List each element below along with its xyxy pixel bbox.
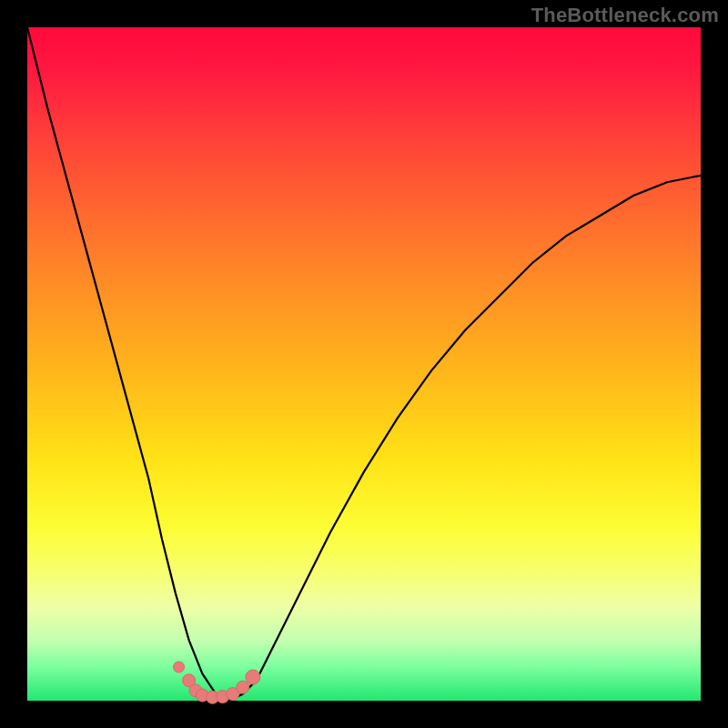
- trough-dot: [237, 681, 249, 693]
- trough-dots-group: [174, 662, 260, 703]
- watermark-text: TheBottleneck.com: [531, 4, 719, 27]
- bottleneck-curve: [27, 27, 701, 701]
- chart-svg: [27, 27, 701, 701]
- trough-dot: [174, 662, 185, 672]
- trough-dot: [246, 670, 260, 684]
- chart-frame: TheBottleneck.com: [0, 0, 728, 728]
